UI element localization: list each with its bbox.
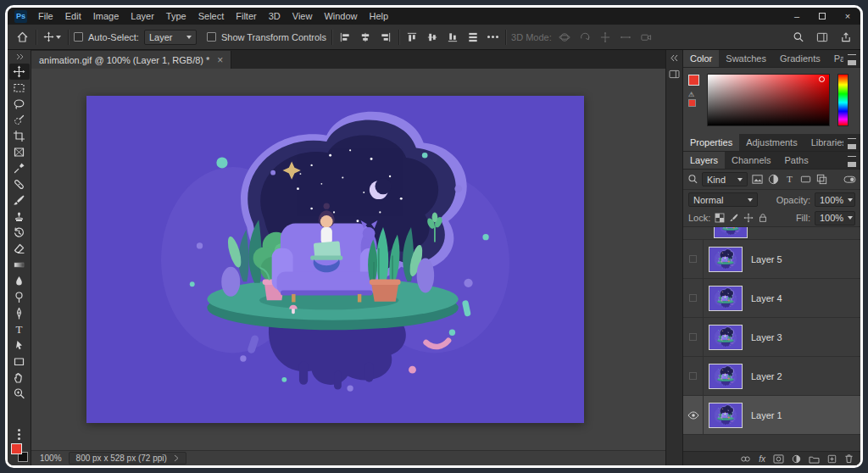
quick-select-tool[interactable]	[9, 112, 30, 128]
layer-thumbnail[interactable]	[709, 286, 743, 311]
filter-pixel-layers-icon[interactable]	[751, 173, 764, 186]
filter-shape-layers-icon[interactable]	[799, 173, 812, 186]
align-left-icon[interactable]	[337, 30, 353, 45]
visibility-off-toggle[interactable]	[683, 279, 704, 317]
crop-tool[interactable]	[9, 128, 30, 144]
more-options-icon[interactable]	[486, 34, 500, 40]
tab-libraries[interactable]: Libraries	[804, 134, 843, 151]
panel-menu-icon[interactable]	[843, 134, 860, 151]
menu-3d[interactable]: 3D	[263, 8, 287, 25]
search-icon[interactable]	[687, 174, 698, 185]
share-icon[interactable]	[838, 30, 854, 45]
menu-image[interactable]: Image	[87, 8, 125, 25]
align-middle-vertical-icon[interactable]	[425, 30, 440, 45]
lock-position-icon[interactable]	[743, 213, 754, 223]
gamut-color-swatch[interactable]	[688, 99, 696, 107]
link-layers-icon[interactable]	[740, 454, 751, 464]
align-bottom-icon[interactable]	[445, 30, 460, 45]
tab-close-icon[interactable]: ×	[217, 55, 223, 65]
minimize-button[interactable]: –	[784, 8, 810, 25]
lock-transparency-icon[interactable]	[715, 213, 725, 223]
filter-type-layers-icon[interactable]: T	[783, 173, 796, 186]
layer-row-layer-1[interactable]: Layer 1	[683, 396, 860, 435]
home-icon[interactable]	[14, 29, 31, 45]
tab-properties[interactable]: Properties	[683, 134, 739, 151]
filter-smart-objects-icon[interactable]	[815, 173, 828, 186]
align-right-icon[interactable]	[378, 30, 393, 45]
frame-tool[interactable]	[9, 144, 30, 160]
foreground-color-swatch[interactable]	[11, 443, 22, 454]
opacity-field[interactable]: 100%	[815, 192, 855, 207]
healing-tool[interactable]	[9, 176, 30, 192]
layer-row-layer-3[interactable]: Layer 3	[683, 318, 860, 357]
collapsed-panel-icon[interactable]	[669, 70, 680, 79]
brush-tool[interactable]	[9, 192, 30, 209]
layer-name[interactable]: Layer 5	[751, 254, 782, 264]
eyedropper-tool[interactable]	[9, 160, 30, 176]
zoom-level[interactable]: 100%	[40, 454, 62, 463]
tab-layers[interactable]: Layers	[683, 152, 725, 169]
auto-select-checkbox[interactable]	[74, 32, 83, 42]
visibility-off-toggle[interactable]	[683, 318, 704, 356]
workspace-switcher-icon[interactable]	[815, 30, 830, 45]
toolbar-expand-icon[interactable]	[15, 52, 24, 62]
zoom-tool[interactable]	[9, 386, 30, 402]
document-info-field[interactable]: 800 px x 528 px (72 ppi)	[69, 452, 186, 465]
menu-help[interactable]: Help	[364, 8, 395, 25]
dodge-tool[interactable]	[9, 289, 30, 305]
blur-tool[interactable]	[9, 273, 30, 289]
visibility-on-icon[interactable]	[683, 396, 704, 434]
gradient-tool[interactable]	[9, 257, 30, 273]
menu-type[interactable]: Type	[160, 8, 192, 25]
foreground-color-swatch[interactable]	[688, 75, 699, 86]
new-group-icon[interactable]	[809, 454, 820, 464]
color-cursor[interactable]	[819, 76, 825, 82]
document-artwork[interactable]	[86, 96, 584, 423]
add-layer-mask-icon[interactable]	[773, 454, 784, 464]
tab-swatches[interactable]: Swatches	[719, 50, 773, 67]
layer-name[interactable]: Layer 2	[751, 371, 782, 381]
auto-select-target-dropdown[interactable]: Layer	[144, 30, 197, 45]
type-tool[interactable]: T	[9, 321, 30, 337]
menu-layer[interactable]: Layer	[125, 8, 160, 25]
hue-slider[interactable]	[837, 74, 849, 126]
foreground-background-swatches[interactable]	[10, 443, 29, 462]
hand-tool[interactable]	[9, 370, 30, 386]
eraser-tool[interactable]	[9, 241, 30, 257]
new-adjustment-layer-icon[interactable]	[792, 454, 801, 464]
expand-panels-icon[interactable]	[670, 54, 679, 62]
visibility-off-toggle[interactable]	[683, 357, 704, 395]
menu-select[interactable]: Select	[192, 8, 231, 25]
menu-window[interactable]: Window	[318, 8, 363, 25]
move-tool-preset-icon[interactable]	[42, 30, 63, 44]
blend-mode-dropdown[interactable]: Normal	[688, 192, 758, 207]
fill-field[interactable]: 100%	[815, 211, 855, 225]
layer-name[interactable]: Layer 3	[751, 332, 782, 342]
tab-adjustments[interactable]: Adjustments	[739, 134, 804, 151]
lock-pixels-icon[interactable]	[729, 213, 739, 223]
menu-edit[interactable]: Edit	[59, 8, 87, 25]
canvas-area[interactable]	[31, 69, 665, 450]
align-center-horizontal-icon[interactable]	[358, 30, 373, 45]
distribute-vertical-icon[interactable]	[465, 30, 481, 45]
move-tool[interactable]	[9, 64, 30, 80]
shape-tool[interactable]	[9, 353, 30, 370]
close-button[interactable]: ×	[835, 8, 860, 25]
show-transform-checkbox[interactable]	[207, 32, 216, 42]
menu-file[interactable]: File	[32, 8, 59, 25]
layer-row-partial[interactable]	[683, 227, 860, 240]
saturation-brightness-field[interactable]	[707, 74, 830, 126]
tab-patterns[interactable]: Patterns	[827, 50, 843, 67]
pen-tool[interactable]	[9, 305, 30, 321]
filter-adjustment-layers-icon[interactable]	[767, 173, 780, 186]
filter-kind-dropdown[interactable]: Kind	[702, 172, 748, 186]
lock-all-icon[interactable]	[758, 213, 768, 223]
marquee-tool[interactable]	[9, 80, 30, 96]
tab-channels[interactable]: Channels	[725, 152, 777, 169]
search-icon[interactable]	[791, 30, 806, 45]
layer-row-layer-4[interactable]: Layer 4	[683, 279, 860, 318]
layer-style-icon[interactable]: fx	[759, 454, 765, 464]
edit-toolbar-icon[interactable]	[18, 429, 20, 440]
layer-thumbnail[interactable]	[709, 325, 743, 350]
menu-filter[interactable]: Filter	[230, 8, 262, 25]
